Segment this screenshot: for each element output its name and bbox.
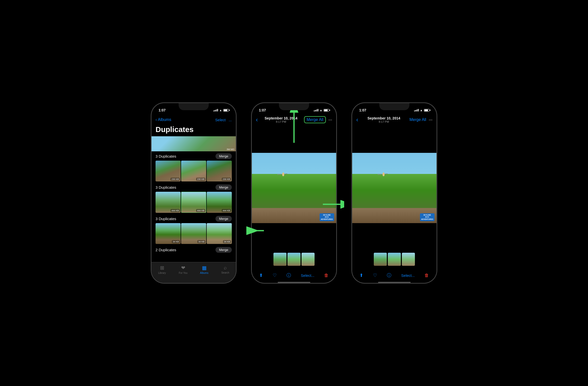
phone-2-screen: 1:07 ▲: [252, 103, 336, 283]
photo-row-3: 34 KB 34 KB 34 KB: [152, 223, 236, 244]
photo-3-1: 34 KB: [156, 223, 181, 244]
page-title-1: Duplicates: [152, 125, 236, 136]
filmstrip-2: [252, 251, 336, 268]
group-4-header: 2 Duplicates Merge: [152, 245, 236, 254]
status-bar-1: 1:07 ▲: [152, 103, 236, 114]
signal-icon-3: [414, 109, 419, 111]
photo-row-2: 444 KB 444 KB 444 KB: [152, 192, 236, 213]
main-photo-area-2: SKYLINEECOADVENTURES: [252, 125, 336, 251]
back-button-2[interactable]: ‹: [256, 116, 258, 123]
phone-1: 1:07 ▲ ‹ Albums: [151, 103, 236, 283]
delete-button-3[interactable]: 🗑: [424, 273, 429, 278]
wifi-icon-2: ▲: [320, 109, 322, 112]
select-button-2[interactable]: Select...: [301, 273, 314, 278]
wifi-icon-3: ▲: [420, 109, 423, 112]
phone-2-container: 1:07 ▲: [251, 103, 337, 283]
phone-1-screen: 1:07 ▲ ‹ Albums: [152, 103, 236, 283]
photo-3-3: 34 KB: [207, 223, 232, 244]
group-4-label: 2 Duplicates: [156, 248, 176, 252]
share-button-3[interactable]: ⬆: [359, 273, 363, 278]
nav-actions-1: Select ...: [215, 118, 232, 122]
film-thumb-2-2[interactable]: [287, 253, 301, 266]
group-3-label: 3 Duplicates: [156, 217, 176, 221]
merge-button-3[interactable]: Merge: [215, 216, 232, 222]
tab-for-you[interactable]: ❤ For You: [176, 265, 191, 274]
toolbar-3: ⬆ ♡ ⓘ Select... 🗑: [352, 268, 436, 280]
signal-icon-2: [314, 109, 318, 111]
tab-bar-1: ⊞ Library ❤ For You ▦ Albums ⌕ Search: [152, 262, 236, 283]
tab-albums[interactable]: ▦ Albums: [197, 265, 212, 274]
info-button-2[interactable]: ⓘ: [286, 272, 291, 278]
phone-3: 1:07 ▲ ‹: [352, 103, 437, 283]
select-button-3[interactable]: Select...: [401, 273, 415, 278]
group-2-label: 3 Duplicates: [156, 185, 176, 189]
highlight-indicator: [181, 192, 206, 213]
photo-date-2: September 10, 2014 8:17 PM: [265, 116, 298, 123]
filmstrip-3: [352, 251, 436, 268]
battery-icon-3: [424, 109, 429, 112]
for-you-icon: ❤: [181, 265, 185, 271]
film-thumb-3-1[interactable]: [374, 253, 387, 266]
merge-all-button-3[interactable]: Merge All: [409, 117, 426, 122]
status-icons-2: ▲: [314, 109, 329, 112]
detail-nav-2: ‹ September 10, 2014 8:17 PM Merge All ·…: [252, 114, 336, 125]
albums-label: Albums: [200, 272, 208, 274]
signal-icon: [213, 109, 218, 111]
merge-button-2[interactable]: Merge: [215, 184, 232, 190]
group-3-header: 3 Duplicates Merge: [152, 214, 236, 223]
more-button-1[interactable]: ...: [229, 118, 232, 122]
time-3: 1:07: [359, 108, 366, 112]
info-button-3[interactable]: ⓘ: [387, 272, 391, 278]
toolbar-2: ⬆ ♡ ⓘ Select... 🗑: [252, 268, 336, 280]
merge-button-1[interactable]: Merge: [215, 153, 232, 159]
duplicate-group-2: 3 Duplicates Merge 444 KB 444 KB: [152, 182, 236, 213]
main-photo-2: SKYLINEECOADVENTURES: [252, 153, 336, 223]
heart-button-2[interactable]: ♡: [273, 273, 277, 278]
status-icons-3: ▲: [414, 109, 429, 112]
nav-bar-1: ‹ Albums Select ...: [152, 114, 236, 125]
library-label: Library: [158, 272, 166, 274]
merge-button-4[interactable]: Merge: [215, 247, 232, 253]
photo-date-3: September 10, 2014 8:17 PM: [368, 116, 400, 123]
film-thumb-3-2[interactable]: [388, 253, 401, 266]
duplicate-group-1: 3 Duplicates Merge 230 KB 230 KB 230: [152, 151, 236, 181]
film-thumb-3-3[interactable]: [402, 253, 415, 266]
battery-icon-2: [324, 109, 329, 112]
duplicate-group-3: 3 Duplicates Merge 34 KB 34 KB 34 KB: [152, 214, 236, 244]
phone-3-screen: 1:07 ▲ ‹: [352, 103, 436, 283]
share-button-2[interactable]: ⬆: [259, 273, 263, 278]
library-icon: ⊞: [160, 265, 164, 271]
merge-all-button-2[interactable]: Merge All: [304, 116, 326, 123]
film-thumb-2-3[interactable]: [302, 253, 315, 266]
time-2: 1:07: [259, 108, 266, 112]
back-button-3[interactable]: ‹: [356, 116, 358, 123]
photo-2-1: 444 KB: [156, 192, 181, 213]
tab-search[interactable]: ⌕ Search: [218, 265, 233, 274]
more-button-2[interactable]: ···: [328, 117, 332, 122]
main-scene: 1:07 ▲ ‹ Albums: [143, 103, 445, 283]
phone-2: 1:07 ▲: [251, 103, 337, 283]
for-you-label: For You: [179, 272, 187, 274]
status-icons-1: ▲: [213, 109, 229, 112]
skyline-badge-2: SKYLINEECOADVENTURES: [320, 213, 334, 221]
wifi-icon: ▲: [219, 109, 222, 112]
home-indicator-2: [278, 282, 310, 283]
back-button-1[interactable]: ‹ Albums: [156, 117, 171, 122]
albums-icon: ▦: [202, 265, 207, 271]
photo-2-3: 444 KB: [207, 192, 232, 213]
select-button-1[interactable]: Select: [215, 118, 226, 122]
battery-icon: [223, 109, 229, 112]
photo-1-3: 230 KB: [207, 161, 232, 181]
group-1-header: 3 Duplicates Merge: [152, 151, 236, 161]
more-button-3[interactable]: ···: [429, 117, 432, 122]
main-photo-3: SKYLINEECOADVENTURES: [352, 153, 436, 223]
status-bar-2: 1:07 ▲: [252, 103, 336, 114]
tab-library[interactable]: ⊞ Library: [155, 265, 170, 274]
time-1: 1:07: [159, 108, 166, 112]
status-bar-3: 1:07 ▲: [352, 103, 436, 114]
film-thumb-2-1[interactable]: [273, 253, 286, 266]
heart-button-3[interactable]: ♡: [373, 273, 377, 278]
detail-nav-3: ‹ September 10, 2014 8:17 PM Merge All ·…: [352, 114, 436, 125]
group-1-label: 3 Duplicates: [156, 154, 176, 158]
delete-button-2[interactable]: 🗑: [324, 273, 329, 278]
